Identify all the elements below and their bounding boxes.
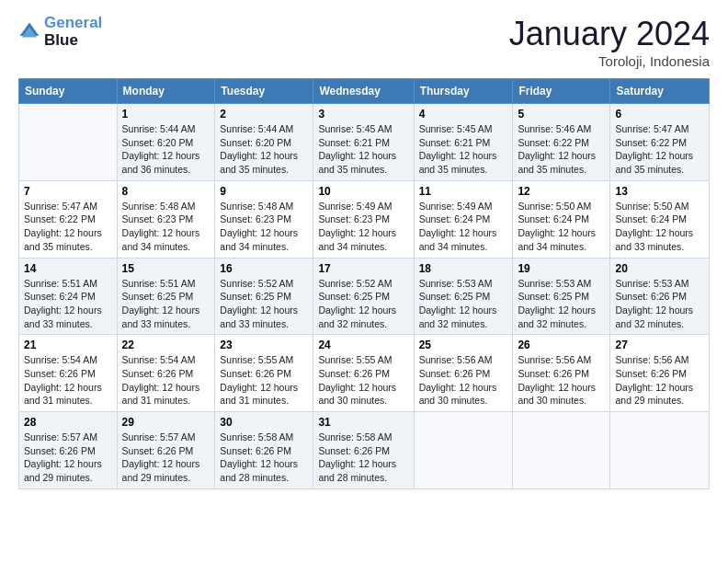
- day-info: Sunrise: 5:44 AMSunset: 6:20 PMDaylight:…: [220, 122, 308, 177]
- day-info: Sunrise: 5:56 AMSunset: 6:26 PMDaylight:…: [615, 353, 704, 408]
- day-number: 7: [24, 185, 112, 198]
- day-info: Sunrise: 5:53 AMSunset: 6:25 PMDaylight:…: [518, 277, 605, 331]
- day-number: 30: [220, 416, 308, 429]
- calendar-cell: [513, 412, 610, 489]
- calendar-cell: 25Sunrise: 5:56 AMSunset: 6:26 PMDayligh…: [414, 335, 513, 412]
- logo-text-line1: General: [44, 15, 102, 32]
- day-info: Sunrise: 5:52 AMSunset: 6:25 PMDaylight:…: [318, 277, 408, 331]
- day-number: 1: [122, 108, 210, 121]
- day-info: Sunrise: 5:58 AMSunset: 6:26 PMDaylight:…: [318, 431, 408, 485]
- calendar-cell: 13Sunrise: 5:50 AMSunset: 6:24 PMDayligh…: [610, 180, 710, 258]
- calendar-cell: [610, 412, 710, 489]
- day-info: Sunrise: 5:49 AMSunset: 6:24 PMDaylight:…: [419, 200, 508, 254]
- day-info: Sunrise: 5:46 AMSunset: 6:22 PMDaylight:…: [518, 122, 605, 177]
- calendar-cell: 19Sunrise: 5:53 AMSunset: 6:25 PMDayligh…: [513, 258, 610, 335]
- day-info: Sunrise: 5:48 AMSunset: 6:23 PMDaylight:…: [122, 200, 210, 254]
- month-title: January 2024: [509, 15, 710, 53]
- day-number: 18: [419, 262, 508, 275]
- calendar-cell: 28Sunrise: 5:57 AMSunset: 6:26 PMDayligh…: [19, 412, 118, 489]
- calendar-cell: 14Sunrise: 5:51 AMSunset: 6:24 PMDayligh…: [19, 258, 118, 335]
- calendar-cell: 8Sunrise: 5:48 AMSunset: 6:23 PMDaylight…: [117, 180, 215, 258]
- calendar-cell: 24Sunrise: 5:55 AMSunset: 6:26 PMDayligh…: [313, 335, 414, 412]
- day-info: Sunrise: 5:44 AMSunset: 6:20 PMDaylight:…: [122, 122, 210, 177]
- calendar-cell: [19, 104, 118, 181]
- column-header-monday: Monday: [117, 79, 215, 104]
- day-info: Sunrise: 5:55 AMSunset: 6:26 PMDaylight:…: [220, 353, 308, 408]
- day-number: 10: [318, 185, 408, 198]
- calendar-cell: 6Sunrise: 5:47 AMSunset: 6:22 PMDaylight…: [610, 104, 710, 181]
- day-number: 13: [615, 185, 704, 198]
- day-info: Sunrise: 5:49 AMSunset: 6:23 PMDaylight:…: [318, 200, 408, 254]
- calendar-cell: 26Sunrise: 5:56 AMSunset: 6:26 PMDayligh…: [513, 335, 610, 412]
- calendar-cell: 29Sunrise: 5:57 AMSunset: 6:26 PMDayligh…: [117, 412, 215, 489]
- day-number: 25: [419, 339, 508, 351]
- calendar-cell: 10Sunrise: 5:49 AMSunset: 6:23 PMDayligh…: [313, 180, 414, 258]
- day-info: Sunrise: 5:57 AMSunset: 6:26 PMDaylight:…: [122, 431, 210, 485]
- day-info: Sunrise: 5:45 AMSunset: 6:21 PMDaylight:…: [318, 122, 408, 177]
- column-header-saturday: Saturday: [610, 79, 710, 104]
- calendar-cell: 18Sunrise: 5:53 AMSunset: 6:25 PMDayligh…: [414, 258, 513, 335]
- day-info: Sunrise: 5:50 AMSunset: 6:24 PMDaylight:…: [518, 200, 605, 254]
- calendar-body: 1Sunrise: 5:44 AMSunset: 6:20 PMDaylight…: [19, 104, 710, 489]
- day-info: Sunrise: 5:53 AMSunset: 6:26 PMDaylight:…: [615, 277, 704, 331]
- calendar-cell: 4Sunrise: 5:45 AMSunset: 6:21 PMDaylight…: [414, 104, 513, 181]
- day-info: Sunrise: 5:51 AMSunset: 6:25 PMDaylight:…: [122, 277, 210, 331]
- column-header-wednesday: Wednesday: [313, 79, 414, 104]
- calendar-cell: [414, 412, 513, 489]
- calendar-cell: 7Sunrise: 5:47 AMSunset: 6:22 PMDaylight…: [19, 180, 118, 258]
- column-header-sunday: Sunday: [19, 79, 118, 104]
- day-info: Sunrise: 5:56 AMSunset: 6:26 PMDaylight:…: [419, 353, 508, 408]
- column-header-friday: Friday: [513, 79, 610, 104]
- day-number: 29: [122, 416, 210, 429]
- day-info: Sunrise: 5:54 AMSunset: 6:26 PMDaylight:…: [122, 353, 210, 408]
- logo-icon: [18, 21, 40, 43]
- day-number: 20: [615, 262, 704, 275]
- day-number: 28: [24, 416, 112, 429]
- day-number: 11: [419, 185, 508, 198]
- day-info: Sunrise: 5:47 AMSunset: 6:22 PMDaylight:…: [24, 200, 112, 254]
- day-number: 5: [518, 108, 605, 121]
- calendar-cell: 9Sunrise: 5:48 AMSunset: 6:23 PMDaylight…: [215, 180, 313, 258]
- day-number: 22: [122, 339, 210, 351]
- calendar-cell: 12Sunrise: 5:50 AMSunset: 6:24 PMDayligh…: [513, 180, 610, 258]
- day-info: Sunrise: 5:58 AMSunset: 6:26 PMDaylight:…: [220, 431, 308, 485]
- calendar-cell: 15Sunrise: 5:51 AMSunset: 6:25 PMDayligh…: [117, 258, 215, 335]
- logo-text-line2: Blue: [44, 32, 102, 50]
- day-number: 15: [122, 262, 210, 275]
- day-info: Sunrise: 5:56 AMSunset: 6:26 PMDaylight:…: [518, 353, 605, 408]
- calendar-header-row: SundayMondayTuesdayWednesdayThursdayFrid…: [19, 79, 710, 104]
- day-info: Sunrise: 5:54 AMSunset: 6:26 PMDaylight:…: [24, 353, 112, 408]
- calendar-cell: 22Sunrise: 5:54 AMSunset: 6:26 PMDayligh…: [117, 335, 215, 412]
- day-number: 26: [518, 339, 605, 351]
- location: Toroloji, Indonesia: [509, 53, 710, 69]
- calendar-week-row: 1Sunrise: 5:44 AMSunset: 6:20 PMDaylight…: [19, 104, 710, 181]
- day-number: 17: [318, 262, 408, 275]
- calendar-cell: 23Sunrise: 5:55 AMSunset: 6:26 PMDayligh…: [215, 335, 313, 412]
- day-number: 2: [220, 108, 308, 121]
- day-number: 23: [220, 339, 308, 351]
- day-number: 16: [220, 262, 308, 275]
- day-number: 12: [518, 185, 605, 198]
- day-number: 14: [24, 262, 112, 275]
- calendar-cell: 11Sunrise: 5:49 AMSunset: 6:24 PMDayligh…: [414, 180, 513, 258]
- day-number: 24: [318, 339, 408, 351]
- day-info: Sunrise: 5:52 AMSunset: 6:25 PMDaylight:…: [220, 277, 308, 331]
- calendar-cell: 3Sunrise: 5:45 AMSunset: 6:21 PMDaylight…: [313, 104, 414, 181]
- calendar-cell: 2Sunrise: 5:44 AMSunset: 6:20 PMDaylight…: [215, 104, 313, 181]
- calendar-cell: 30Sunrise: 5:58 AMSunset: 6:26 PMDayligh…: [215, 412, 313, 489]
- day-number: 19: [518, 262, 605, 275]
- calendar-cell: 27Sunrise: 5:56 AMSunset: 6:26 PMDayligh…: [610, 335, 710, 412]
- column-header-thursday: Thursday: [414, 79, 513, 104]
- day-number: 27: [615, 339, 704, 351]
- day-info: Sunrise: 5:47 AMSunset: 6:22 PMDaylight:…: [615, 122, 704, 177]
- day-info: Sunrise: 5:51 AMSunset: 6:24 PMDaylight:…: [24, 277, 112, 331]
- day-number: 31: [318, 416, 408, 429]
- day-number: 21: [24, 339, 112, 351]
- calendar-cell: 5Sunrise: 5:46 AMSunset: 6:22 PMDaylight…: [513, 104, 610, 181]
- page-header: General Blue January 2024 Toroloji, Indo…: [18, 15, 710, 69]
- day-info: Sunrise: 5:57 AMSunset: 6:26 PMDaylight:…: [24, 431, 112, 485]
- logo: General Blue: [18, 15, 102, 49]
- day-number: 9: [220, 185, 308, 198]
- day-info: Sunrise: 5:53 AMSunset: 6:25 PMDaylight:…: [419, 277, 508, 331]
- calendar-cell: 20Sunrise: 5:53 AMSunset: 6:26 PMDayligh…: [610, 258, 710, 335]
